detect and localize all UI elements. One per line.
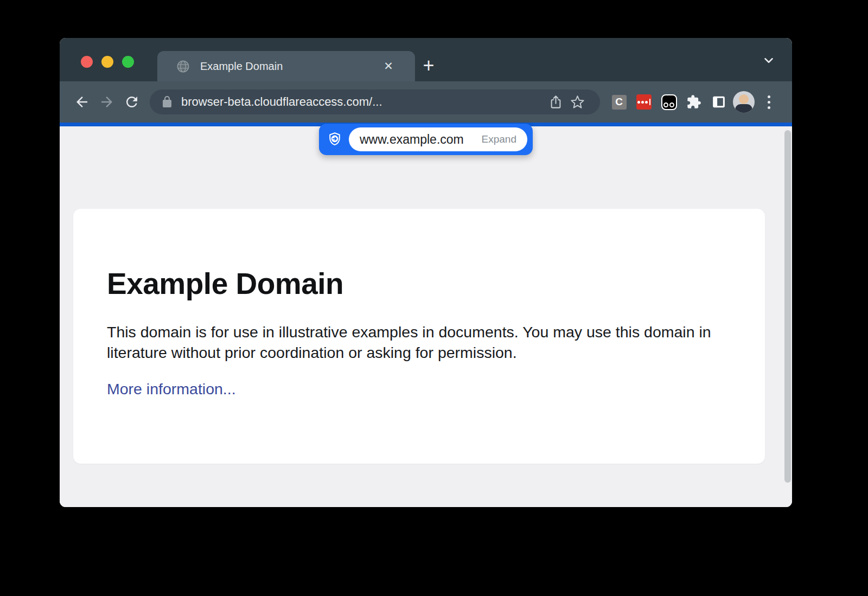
bookmark-star-icon[interactable] <box>566 91 588 113</box>
traffic-lights <box>81 56 134 68</box>
close-window-button[interactable] <box>81 56 93 68</box>
remote-host-text: www.example.com <box>360 132 464 147</box>
shield-arrow-icon <box>327 132 342 147</box>
browser-toolbar: browser-beta.cloudflareaccess.com/... C <box>60 81 792 123</box>
reload-button[interactable] <box>119 89 144 114</box>
globe-favicon-icon <box>176 59 190 74</box>
extension-c-icon[interactable]: C <box>607 89 631 114</box>
remote-browser-host-pill[interactable]: www.example.com Expand <box>319 124 533 155</box>
new-tab-button[interactable]: + <box>417 54 440 77</box>
browser-window: Example Domain ✕ + browser-beta.cloudfla… <box>60 38 792 507</box>
lock-icon <box>161 95 174 108</box>
content-card: Example Domain This domain is for use in… <box>73 209 765 464</box>
more-information-link[interactable]: More information... <box>107 380 236 398</box>
extensions-area: C <box>607 89 781 114</box>
expand-label[interactable]: Expand <box>482 133 516 145</box>
kebab-menu-icon[interactable] <box>756 89 781 114</box>
page-title: Example Domain <box>107 266 732 301</box>
extensions-puzzle-icon[interactable] <box>681 89 706 114</box>
back-button[interactable] <box>69 89 94 114</box>
url-text: browser-beta.cloudflareaccess.com/... <box>181 95 382 109</box>
address-bar[interactable]: browser-beta.cloudflareaccess.com/... <box>150 89 600 114</box>
vertical-scrollbar[interactable] <box>784 130 791 483</box>
goggles-extension-icon[interactable] <box>656 89 681 114</box>
tab-title: Example Domain <box>200 60 374 73</box>
tab-close-icon[interactable]: ✕ <box>380 58 397 74</box>
side-panel-icon[interactable] <box>706 89 731 114</box>
tab-example-domain[interactable]: Example Domain ✕ <box>157 51 415 81</box>
tab-search-chevron-icon[interactable] <box>762 53 776 67</box>
minimize-window-button[interactable] <box>101 56 113 68</box>
forward-button[interactable] <box>94 89 119 114</box>
share-icon[interactable] <box>545 91 566 113</box>
zoom-window-button[interactable] <box>122 56 134 68</box>
tab-strip: Example Domain ✕ + <box>60 38 792 81</box>
host-pill[interactable]: www.example.com Expand <box>349 127 527 151</box>
page-paragraph: This domain is for use in illustrative e… <box>107 322 731 363</box>
lastpass-extension-icon[interactable] <box>631 89 656 114</box>
profile-avatar[interactable] <box>731 89 756 114</box>
page-viewport: www.example.com Expand Example Domain Th… <box>60 126 792 507</box>
